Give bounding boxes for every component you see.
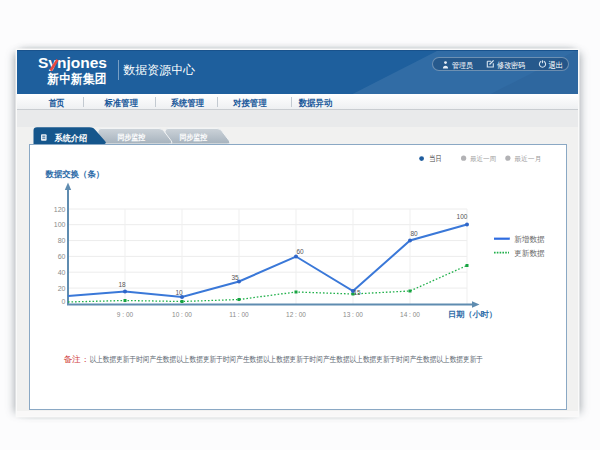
svg-text:10 : 00: 10 : 00 [172, 311, 192, 318]
svg-text:更新数据: 更新数据 [514, 249, 545, 258]
svg-text:60: 60 [296, 248, 304, 255]
svg-text:100: 100 [54, 221, 66, 228]
svg-text:首页: 首页 [49, 98, 65, 108]
svg-text:数据交换（条）: 数据交换（条） [45, 169, 104, 179]
svg-text:同步监控: 同步监控 [117, 133, 145, 142]
svg-text:同步监控: 同步监控 [179, 133, 207, 142]
svg-text:日期（小时）: 日期（小时） [448, 310, 497, 319]
svg-text:最近一月: 最近一月 [514, 155, 541, 163]
svg-text:35: 35 [231, 274, 239, 281]
svg-text:11 : 00: 11 : 00 [229, 311, 249, 318]
svg-text:当日: 当日 [429, 154, 442, 163]
svg-text:18: 18 [118, 281, 126, 288]
svg-text:新中新集团: 新中新集团 [47, 72, 107, 86]
svg-text:15: 15 [353, 289, 361, 296]
svg-text:数据异动: 数据异动 [298, 98, 332, 108]
svg-text:退出: 退出 [549, 60, 564, 70]
svg-text:系统管理: 系统管理 [170, 98, 204, 108]
svg-text:13 : 00: 13 : 00 [343, 311, 363, 318]
svg-text:80: 80 [58, 237, 66, 244]
svg-text:数据资源中心: 数据资源中心 [123, 63, 195, 77]
svg-text:以上数据更新于时间产生数据以上数据更新于时间产生数据以上数据: 以上数据更新于时间产生数据以上数据更新于时间产生数据以上数据更新于时间产生数据以… [90, 355, 484, 364]
svg-text:20: 20 [58, 285, 66, 292]
svg-text:备注：: 备注： [63, 354, 89, 364]
svg-text:最近一周: 最近一周 [470, 155, 496, 162]
svg-text:100: 100 [457, 213, 468, 220]
svg-text:40: 40 [58, 269, 66, 276]
svg-text:10: 10 [175, 289, 183, 296]
svg-text:修改密码: 修改密码 [497, 61, 525, 70]
svg-text:80: 80 [410, 230, 418, 237]
svg-text:12 : 00: 12 : 00 [286, 311, 306, 318]
svg-text:管理员: 管理员 [452, 61, 473, 70]
svg-text:60: 60 [58, 253, 66, 260]
svg-text:0: 0 [62, 298, 66, 305]
svg-text:14 : 00: 14 : 00 [400, 311, 420, 318]
svg-text:Synjones: Synjones [38, 55, 107, 71]
svg-text:标准管理: 标准管理 [104, 98, 138, 108]
svg-text:新增数据: 新增数据 [514, 235, 545, 244]
svg-text:对接管理: 对接管理 [232, 98, 266, 108]
svg-text:9 : 00: 9 : 00 [117, 311, 134, 318]
svg-text:120: 120 [54, 206, 66, 213]
svg-text:系统介绍: 系统介绍 [54, 133, 88, 143]
